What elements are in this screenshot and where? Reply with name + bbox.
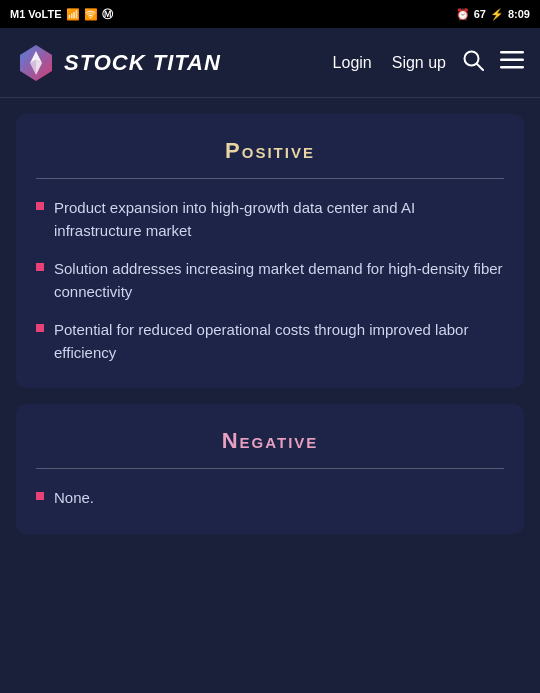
bullet-icon [36,324,44,332]
search-button[interactable] [462,49,484,76]
mcdonalds-icon: Ⓜ [102,7,113,22]
signup-link[interactable]: Sign up [392,54,446,72]
search-icon [462,49,484,71]
svg-rect-2 [500,51,524,54]
svg-rect-3 [500,59,524,62]
negative-section: Negative None. [16,404,524,534]
negative-title: Negative [36,428,504,454]
bullet-icon [36,202,44,210]
wifi-icon: 🛜 [84,8,98,21]
negative-bullet-list: None. [36,487,504,510]
status-right: ⏰ 67 ⚡ 8:09 [456,8,530,21]
status-left: M1 VoLTE 📶 🛜 Ⓜ [10,7,113,22]
battery-bolt-icon: ⚡ [490,8,504,21]
menu-button[interactable] [500,51,524,74]
logo-icon [16,43,56,83]
nav-icons [462,49,524,76]
list-item: Potential for reduced operational costs … [36,319,504,364]
svg-rect-4 [500,66,524,69]
list-item: None. [36,487,504,510]
main-content: Positive Product expansion into high-gro… [0,98,540,693]
positive-title: Positive [36,138,504,164]
logo-area: STOCK TITAN [16,43,333,83]
positive-item-2: Solution addresses increasing market dem… [54,258,504,303]
negative-item-1: None. [54,487,94,510]
list-item: Product expansion into high-growth data … [36,197,504,242]
signal-bars: 📶 [66,8,80,21]
list-item: Solution addresses increasing market dem… [36,258,504,303]
header: STOCK TITAN Login Sign up [0,28,540,98]
time-display: 8:09 [508,8,530,20]
svg-line-1 [477,64,483,70]
negative-divider [36,468,504,469]
positive-item-1: Product expansion into high-growth data … [54,197,504,242]
positive-section: Positive Product expansion into high-gro… [16,114,524,388]
battery-level: 67 [474,8,486,20]
hamburger-icon [500,51,524,69]
logo-text: STOCK TITAN [64,50,221,76]
positive-item-3: Potential for reduced operational costs … [54,319,504,364]
login-link[interactable]: Login [333,54,372,72]
positive-divider [36,178,504,179]
carrier-label: M1 VoLTE [10,8,62,20]
nav-links: Login Sign up [333,54,446,72]
bullet-icon [36,492,44,500]
positive-bullet-list: Product expansion into high-growth data … [36,197,504,364]
bullet-icon [36,263,44,271]
status-bar: M1 VoLTE 📶 🛜 Ⓜ ⏰ 67 ⚡ 8:09 [0,0,540,28]
alarm-icon: ⏰ [456,8,470,21]
